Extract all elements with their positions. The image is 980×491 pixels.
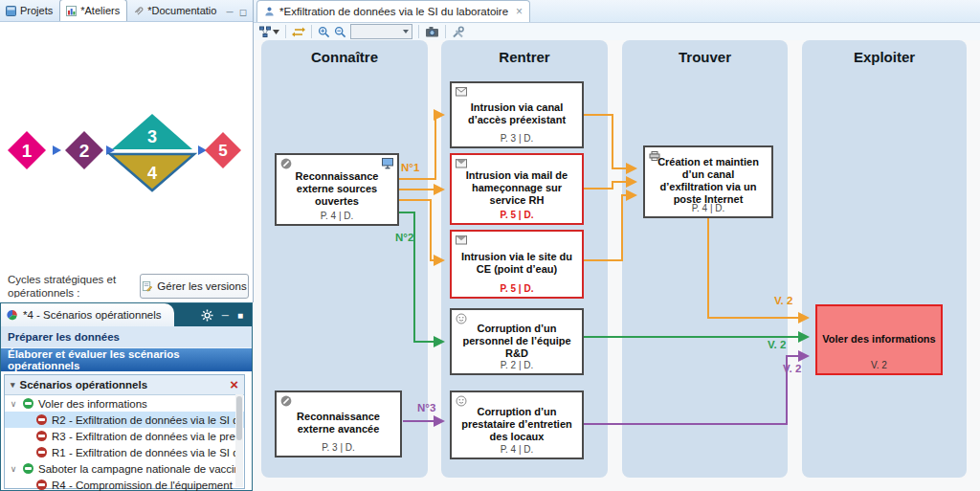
node-title: Intrusion via canal d’accès préexistant <box>457 101 577 126</box>
layout-button[interactable] <box>258 26 279 38</box>
scenarios-panel-header: *4 - Scénarios opérationnels ─ ■ <box>1 303 252 326</box>
workshops-panel: Projets *Ateliers *Documentatio ─ ◻ 1 2 <box>0 0 254 302</box>
tab-exfiltration-editor[interactable]: *Exfiltration de données via le SI du la… <box>256 0 530 22</box>
tab-documentation[interactable]: *Documentatio <box>127 0 223 21</box>
node-rating: P. 3 | D. <box>277 441 400 454</box>
separator <box>285 25 286 38</box>
tab-projets[interactable]: Projets <box>0 0 59 21</box>
chevron-down-icon[interactable]: ∨ <box>9 399 18 409</box>
zoom-level-combobox[interactable] <box>350 24 412 39</box>
arrow-icon <box>53 145 61 155</box>
node-reconnaissance-sources-ouvertes[interactable]: Reconnaissance externe sources ouvertes … <box>275 153 399 226</box>
phase-title: Exploiter <box>802 40 967 65</box>
scenario-icon <box>36 431 47 441</box>
minimize-icon[interactable]: ─ <box>227 7 234 17</box>
tree-item-label: R1 - Exfiltration de données via le SI d <box>52 447 239 458</box>
node-title: Intrusion via le site du CE (point d’eau… <box>457 251 577 276</box>
settings-button[interactable] <box>452 26 464 38</box>
chevron-down-icon[interactable]: ▾ <box>11 380 15 390</box>
tree-item-r2[interactable]: R2 - Exfiltration de données via le SI d <box>5 412 244 428</box>
scenario-editor: *Exfiltration de données via le SI du la… <box>254 0 980 491</box>
tree-item-label: R2 - Exfiltration de données via le SI d <box>52 414 239 426</box>
node-title: Intrusion via mail de hameçonnage sur se… <box>457 169 577 207</box>
tree-item-r4[interactable]: R4 - Compromission de l'équipement <box>5 477 244 491</box>
edge-label-n1: N°1 <box>401 162 419 173</box>
workshop-2-number: 2 <box>79 141 90 161</box>
maximize-icon[interactable]: ■ <box>237 310 243 321</box>
zoom-in-button[interactable] <box>318 26 330 38</box>
face-icon <box>456 313 467 324</box>
red-x-icon[interactable]: × <box>230 379 238 391</box>
workshop-diamonds[interactable]: 1 2 3 4 5 <box>0 110 252 201</box>
step-prepare-data[interactable]: Préparer les données <box>1 326 252 348</box>
editor-tabbar: *Exfiltration de données via le SI du la… <box>254 0 980 23</box>
step-elaborate-label: Élaborer et évaluer les scénarios opérat… <box>8 348 252 371</box>
zoom-out-button[interactable] <box>334 26 346 38</box>
manage-versions-button[interactable]: Gérer les versions <box>140 274 249 299</box>
scenario-icon <box>36 414 47 425</box>
node-rating: P. 5 | D. <box>452 209 582 221</box>
tab-ateliers[interactable]: *Ateliers <box>59 0 127 21</box>
phase-column-exploiter: Exploiter <box>802 40 967 478</box>
tree-item-label: R4 - Compromission de l'équipement <box>52 480 233 491</box>
snapshot-button[interactable] <box>425 26 439 37</box>
tab-documentation-label: *Documentatio <box>147 5 216 16</box>
close-icon[interactable]: × <box>516 5 523 18</box>
pencil-circle-icon <box>280 158 292 169</box>
tree-item-saboter[interactable]: ∨ Saboter la campagne nationale de vacci… <box>5 460 244 477</box>
tree-item-label: Voler des informations <box>38 398 147 410</box>
gear-icon[interactable] <box>201 309 213 322</box>
dropdown-arrow-icon[interactable] <box>273 30 279 34</box>
node-intrusion-site-ce[interactable]: Intrusion via le site du CE (point d’eau… <box>450 230 584 299</box>
camera-icon <box>425 26 439 37</box>
envelope-icon <box>456 86 467 98</box>
envelope-icon <box>456 234 467 246</box>
node-title: Corruption d’un personnel de l’équipe R&… <box>457 323 577 360</box>
node-intrusion-canal-preexistant[interactable]: Intrusion via canal d’accès préexistant … <box>450 81 584 148</box>
node-creation-canal-exfiltration[interactable]: Création et maintien d’un canal d’exfilt… <box>643 145 773 218</box>
tab-operational-scenarios[interactable]: *4 - Scénarios opérationnels <box>1 303 174 326</box>
refresh-layout-button[interactable] <box>292 26 305 37</box>
tree-item-r3[interactable]: R3 - Exfiltration de données via le pres <box>5 428 244 444</box>
tree-item-voler[interactable]: ∨ Voler des informations <box>5 395 244 412</box>
workshop-4-number: 4 <box>147 164 157 183</box>
scenario-graph-canvas: Connaître Rentrer Trouver Exploiter <box>254 40 980 491</box>
node-intrusion-mail-hameconnage[interactable]: Intrusion via mail de hameçonnage sur se… <box>450 153 584 225</box>
edge-label-v2-purple: V. 2 <box>783 363 801 374</box>
workshops-icon <box>66 6 77 16</box>
scenarios-tab-label: *4 - Scénarios opérationnels <box>23 309 161 321</box>
workshop-3-number: 3 <box>147 127 157 146</box>
application-window: Projets *Ateliers *Documentatio ─ ◻ 1 2 <box>0 0 980 491</box>
node-voler-des-informations[interactable]: Voler des informations V. 2 <box>815 304 943 375</box>
tree-item-label: Saboter la campagne nationale de vaccin <box>38 463 240 475</box>
node-title: Corruption d’un prestataire d’entretien … <box>457 406 577 443</box>
separator <box>418 25 419 38</box>
zoom-out-icon <box>334 26 346 38</box>
minimize-icon[interactable]: ─ <box>222 310 229 321</box>
scenario-icon <box>36 480 47 490</box>
maximize-icon[interactable]: ◻ <box>239 7 247 17</box>
node-reconnaissance-avancee[interactable]: Reconnaissance externe avancée P. 3 | D. <box>275 391 402 458</box>
node-corruption-prestataire[interactable]: Corruption d’un prestataire d’entretien … <box>450 391 584 459</box>
layout-graph-icon <box>258 26 272 38</box>
step-elaborate-scenarios[interactable]: Élaborer et évaluer les scénarios opérat… <box>1 348 252 371</box>
document-edit-icon <box>142 280 152 292</box>
scrollbar[interactable] <box>235 394 243 487</box>
cycles-label: Cycles stratégiques et opérationnels : <box>8 273 134 298</box>
scenarios-tree: ∨ Voler des informations R2 - Exfiltrati… <box>5 395 244 491</box>
dropdown-arrow-icon[interactable] <box>403 30 409 33</box>
scenarios-section: ▾ Scénarios opérationnels × ∨ Voler des … <box>4 374 245 489</box>
chevron-down-icon[interactable]: ∨ <box>9 464 18 474</box>
person-icon <box>264 6 275 17</box>
workshops-panel-tabbar: Projets *Ateliers *Documentatio ─ ◻ <box>0 0 253 22</box>
separator <box>445 25 446 38</box>
scenarios-panel-buttons: ─ ■ <box>201 303 252 326</box>
tree-item-r1[interactable]: R1 - Exfiltration de données via le SI d <box>5 444 244 460</box>
phase-title: Connaître <box>261 40 428 65</box>
step-prepare-label: Préparer les données <box>8 331 120 343</box>
scenarios-section-title: Scénarios opérationnels <box>20 379 148 391</box>
node-corruption-personnel-rd[interactable]: Corruption d’un personnel de l’équipe R&… <box>450 308 584 375</box>
scrollbar-thumb[interactable] <box>236 396 242 440</box>
scenarios-section-header: ▾ Scénarios opérationnels × <box>5 375 244 395</box>
node-rating: V. 2 <box>817 359 941 371</box>
